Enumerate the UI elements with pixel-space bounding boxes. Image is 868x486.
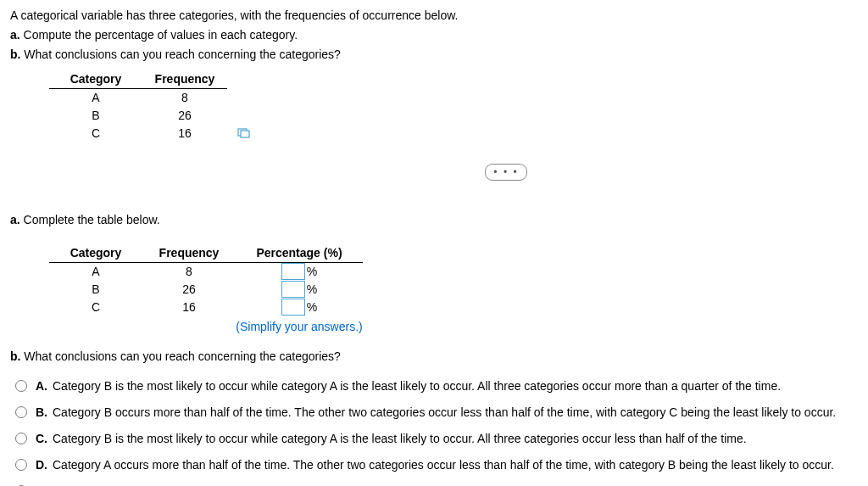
answer-table: Category Frequency Percentage (%) A 8 % … bbox=[49, 244, 363, 336]
more-options-button[interactable]: • • • bbox=[485, 164, 527, 181]
intro-line-2: a. Compute the percentage of values in e… bbox=[10, 26, 858, 44]
option-c[interactable]: C. Category B is the most likely to occu… bbox=[15, 430, 858, 448]
table-row: C 16 bbox=[49, 125, 227, 142]
answer-header-frequency: Frequency bbox=[142, 244, 236, 262]
percentage-input-a[interactable] bbox=[281, 263, 305, 280]
intro-line-1: A categorical variable has three categor… bbox=[10, 7, 858, 25]
table-header-frequency: Frequency bbox=[142, 70, 227, 88]
dots-icon: • • • bbox=[493, 167, 518, 177]
answer-header-category: Category bbox=[49, 244, 142, 262]
percentage-input-c[interactable] bbox=[281, 299, 305, 316]
part-a-prompt: a. Complete the table below. bbox=[10, 211, 858, 229]
popout-icon[interactable] bbox=[237, 126, 251, 143]
simplify-hint: (Simplify your answers.) bbox=[236, 318, 363, 336]
part-b-prompt: b. What conclusions can you reach concer… bbox=[10, 348, 858, 366]
table-row: B 26 bbox=[49, 107, 227, 125]
svg-rect-1 bbox=[241, 131, 249, 137]
option-a[interactable]: A. Category B is the most likely to occu… bbox=[15, 377, 858, 395]
option-d[interactable]: D. Category A occurs more than half of t… bbox=[15, 456, 858, 474]
radio-a[interactable] bbox=[15, 380, 27, 392]
table-row: C 16 % bbox=[49, 299, 363, 316]
table-row: A 8 bbox=[49, 89, 227, 107]
option-b[interactable]: B. Category B occurs more than half of t… bbox=[15, 404, 858, 422]
answer-header-percentage: Percentage (%) bbox=[236, 244, 363, 262]
table-row: A 8 % bbox=[49, 263, 363, 281]
radio-d[interactable] bbox=[15, 459, 27, 471]
percentage-input-b[interactable] bbox=[281, 281, 305, 298]
table-header-category: Category bbox=[49, 70, 142, 88]
frequency-table: Category Frequency A 8 B 26 C 16 bbox=[49, 70, 227, 142]
radio-b[interactable] bbox=[15, 406, 27, 418]
intro-line-3: b. What conclusions can you reach concer… bbox=[10, 46, 858, 64]
radio-c[interactable] bbox=[15, 433, 27, 444]
table-row: B 26 % bbox=[49, 281, 363, 299]
option-e[interactable]: E. Category B occurs more than half of t… bbox=[15, 483, 858, 486]
problem-statement: A categorical variable has three categor… bbox=[10, 7, 858, 64]
